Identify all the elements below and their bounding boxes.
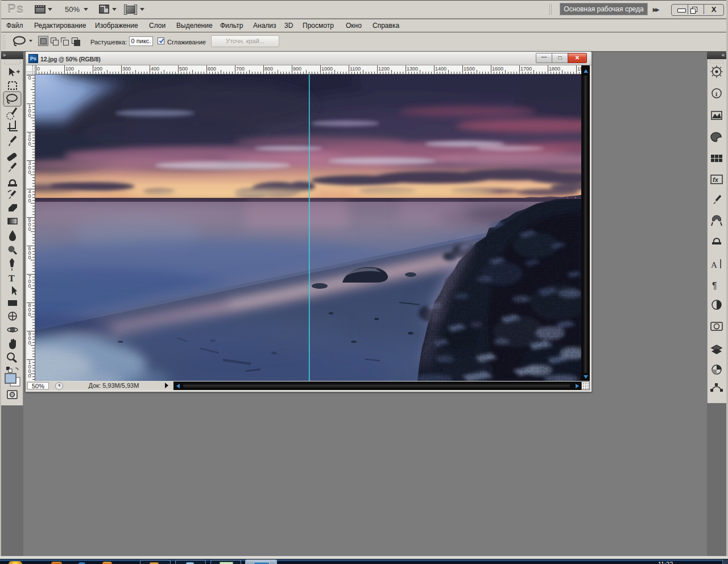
svg-text:fx: fx bbox=[713, 176, 719, 183]
svg-text:i: i bbox=[715, 90, 717, 97]
svg-text:¶: ¶ bbox=[712, 281, 717, 291]
svg-text:T: T bbox=[9, 273, 15, 283]
svg-text:A: A bbox=[711, 260, 717, 269]
